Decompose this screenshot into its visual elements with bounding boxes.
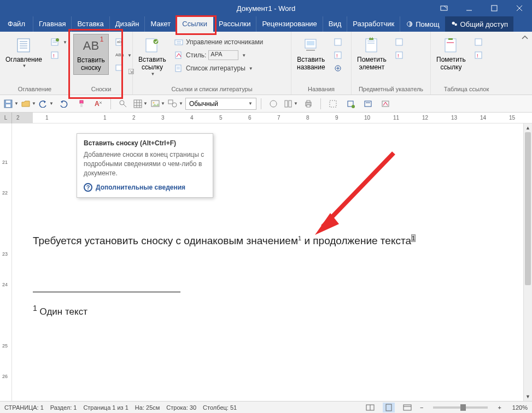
- status-line[interactable]: Строка: 30: [166, 404, 196, 411]
- close-button[interactable]: [507, 0, 532, 16]
- save-button[interactable]: ▼: [3, 97, 19, 111]
- status-at[interactable]: На: 25см: [135, 404, 160, 411]
- ribbon-display-options-icon[interactable]: [431, 0, 457, 16]
- tell-me[interactable]: Помощ: [400, 16, 445, 32]
- open-button[interactable]: ▼: [21, 97, 36, 111]
- svg-rect-47: [396, 39, 402, 45]
- minimize-button[interactable]: [457, 0, 482, 16]
- svg-text:!: !: [336, 53, 338, 58]
- maximize-button[interactable]: [482, 0, 507, 16]
- tab-view[interactable]: Вид: [323, 16, 348, 32]
- footnotes-group-label: Сноски: [73, 85, 129, 95]
- status-section[interactable]: Раздел: 1: [50, 404, 77, 411]
- svg-rect-89: [386, 404, 391, 411]
- endnote-icon: ab: [114, 37, 124, 47]
- tab-design[interactable]: Дизайн: [110, 16, 145, 32]
- mark-citation-button[interactable]: Пометить ссылку: [434, 34, 468, 72]
- svg-rect-59: [80, 101, 83, 103]
- select-button[interactable]: [325, 97, 341, 111]
- tab-insert[interactable]: Вставка: [72, 16, 109, 32]
- svg-rect-52: [448, 38, 453, 40]
- tab-file[interactable]: Файл: [0, 16, 33, 32]
- print-button[interactable]: [301, 97, 316, 111]
- citation-style-row[interactable]: Стиль: APA▼: [172, 49, 265, 61]
- svg-point-70: [153, 102, 155, 103]
- tab-references[interactable]: Ссылки: [177, 16, 213, 32]
- footnote-text[interactable]: 1 Один текст: [33, 304, 87, 317]
- horizontal-ruler[interactable]: L 21123456789101112131415: [0, 113, 532, 123]
- insert-citation-button[interactable]: Вставить ссылку ▼: [136, 34, 168, 76]
- screentip-more-link[interactable]: ? Дополнительные сведения: [84, 183, 206, 192]
- vertical-ruler[interactable]: 212223242526: [0, 123, 12, 401]
- add-text-button[interactable]: ▼: [48, 36, 69, 48]
- cross-reference-button[interactable]: [331, 62, 345, 74]
- insert-citation-label: Вставить ссылку: [138, 56, 166, 72]
- insert-toa-button[interactable]: [471, 36, 486, 48]
- vertical-scrollbar[interactable]: ▲ ▼: [523, 123, 532, 401]
- document-title: Документ1 - Word: [237, 4, 295, 13]
- scroll-button[interactable]: [343, 97, 358, 111]
- bibliography-button[interactable]: Список литературы▼: [172, 62, 265, 74]
- update-tof-button[interactable]: !: [331, 49, 345, 61]
- style-icon: [174, 50, 184, 60]
- manage-sources-button[interactable]: Управление источниками: [172, 36, 265, 48]
- toc-group-label: Оглавление: [3, 85, 66, 95]
- svg-text:!: !: [477, 53, 478, 58]
- shapes-button[interactable]: ▼: [168, 97, 183, 111]
- web-layout-button[interactable]: [401, 403, 413, 412]
- share-button[interactable]: Общий доступ: [445, 16, 513, 32]
- insert-footnote-button[interactable]: AB1 Вставить сноску: [73, 34, 109, 75]
- zoom-out-button[interactable]: −: [420, 404, 423, 411]
- undo-button[interactable]: ▼: [38, 97, 54, 111]
- update-toc-button[interactable]: !: [48, 49, 69, 61]
- zoom-in-button[interactable]: +: [498, 404, 501, 411]
- svg-rect-35: [307, 41, 314, 45]
- table-button[interactable]: ▼: [133, 97, 148, 111]
- tab-layout[interactable]: Макет: [145, 16, 177, 32]
- zoom-level[interactable]: 120%: [512, 404, 528, 411]
- clear-format-button[interactable]: A: [91, 97, 106, 111]
- format-painter-button[interactable]: [73, 97, 89, 111]
- zoom-slider[interactable]: [433, 406, 488, 409]
- svg-rect-78: [307, 105, 310, 107]
- share-label: Общий доступ: [460, 20, 508, 28]
- collapse-ribbon-button[interactable]: [521, 34, 529, 44]
- footnote-ref-2[interactable]: 1: [411, 234, 416, 242]
- more-button-2[interactable]: [378, 97, 393, 111]
- status-page-of[interactable]: Страница 1 из 1: [83, 404, 128, 411]
- tab-mailings[interactable]: Рассылки: [213, 16, 256, 32]
- svg-rect-38: [335, 52, 341, 58]
- scroll-up-button[interactable]: ▲: [524, 123, 532, 132]
- status-page[interactable]: СТРАНИЦА: 1: [4, 404, 44, 411]
- citations-group-label: Ссылки и списки литературы: [136, 85, 288, 95]
- tab-review[interactable]: Рецензирование: [256, 16, 323, 32]
- svg-rect-3: [492, 5, 497, 11]
- mark-entry-button[interactable]: Пометить элемент: [355, 34, 389, 72]
- read-mode-button[interactable]: [364, 403, 376, 412]
- svg-rect-75: [289, 101, 291, 107]
- redo-button[interactable]: [56, 97, 71, 111]
- tab-developer[interactable]: Разработчик: [347, 16, 400, 32]
- picture-button[interactable]: ▼: [150, 97, 166, 111]
- print-layout-button[interactable]: [383, 403, 395, 412]
- insert-caption-button[interactable]: Вставить название: [295, 34, 328, 72]
- style-select[interactable]: APA: [208, 50, 238, 60]
- insert-tof-button[interactable]: [331, 36, 345, 48]
- toc-button[interactable]: Оглавление ▼: [3, 34, 44, 69]
- zoom-button[interactable]: [115, 97, 131, 111]
- more-button[interactable]: [360, 97, 376, 111]
- status-col[interactable]: Столбец: 51: [203, 404, 237, 411]
- scroll-down-button[interactable]: ▼: [524, 392, 532, 401]
- update-index-button[interactable]: !: [392, 49, 406, 61]
- footnote-separator: [33, 292, 180, 292]
- document-text[interactable]: Требуется установить сноску с одинаковым…: [33, 235, 416, 247]
- footnotes-dialog-launcher[interactable]: [127, 33, 135, 82]
- toggle-button[interactable]: [266, 97, 281, 111]
- layout-button[interactable]: ▼: [283, 97, 299, 111]
- tab-home[interactable]: Главная: [33, 16, 72, 32]
- scrollbar-thumb[interactable]: [525, 132, 531, 285]
- update-toa-button[interactable]: !: [471, 49, 486, 61]
- insert-index-button[interactable]: [392, 36, 406, 48]
- svg-rect-48: [396, 52, 402, 58]
- style-combo[interactable]: Обычный▼: [185, 98, 256, 110]
